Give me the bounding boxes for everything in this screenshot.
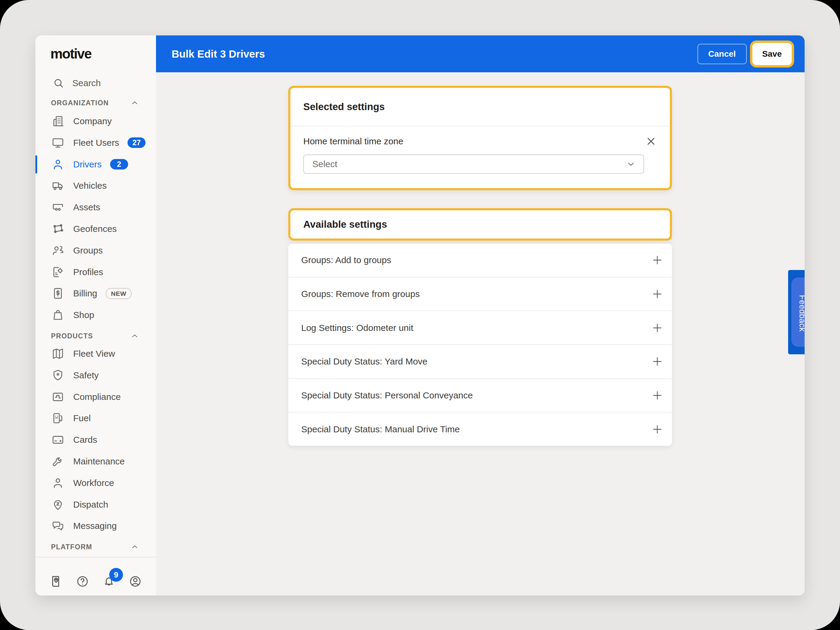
- plus-icon[interactable]: [652, 356, 663, 367]
- sidebar-item-label: Geofences: [73, 224, 117, 234]
- available-setting-label: Special Duty Status: Yard Move: [301, 357, 428, 366]
- chevron-up-icon: [130, 332, 139, 341]
- sidebar-item-assets[interactable]: Assets: [35, 196, 156, 218]
- available-settings-list: Groups: Add to groups Groups: Remove fro…: [288, 243, 672, 446]
- sidebar-item-safety[interactable]: Safety: [35, 365, 156, 386]
- sidebar-item-label: Groups: [73, 245, 103, 256]
- sidebar-item-label: Messaging: [73, 521, 117, 531]
- sidebar-item-label: Fuel: [73, 413, 91, 423]
- sidebar-item-label: Fleet View: [73, 349, 115, 359]
- chevron-up-icon: [130, 98, 139, 107]
- selected-settings-title: Selected settings: [291, 88, 670, 126]
- wrench-icon: [51, 455, 65, 468]
- available-setting-label: Special Duty Status: Personal Conveyance: [301, 390, 473, 401]
- available-setting-row-special-duty-status-personal-conveyance[interactable]: Special Duty Status: Personal Conveyance: [288, 378, 672, 412]
- monitor-icon: [51, 136, 65, 150]
- chat-icon: [51, 519, 65, 533]
- sidebar-item-dispatch[interactable]: Dispatch: [35, 494, 156, 515]
- available-setting-label: Groups: Remove from groups: [301, 289, 420, 299]
- sidebar-item-fleet-users[interactable]: Fleet Users27: [35, 132, 156, 153]
- billing-doc-icon: [51, 286, 65, 300]
- sidebar-item-workforce[interactable]: Workforce: [35, 472, 156, 494]
- section-header-platform[interactable]: PLATFORM: [35, 538, 156, 556]
- sidebar-item-billing[interactable]: BillingNEW: [35, 283, 156, 304]
- sidebar-item-label: Workforce: [73, 478, 114, 488]
- main-content: Selected settings Home terminal time zon…: [156, 72, 805, 595]
- selected-settings-body: Home terminal time zone Select: [291, 126, 670, 174]
- cancel-button[interactable]: Cancel: [698, 44, 747, 64]
- profile-doc-icon: [51, 265, 65, 279]
- section-label: PRODUCTS: [51, 332, 93, 340]
- sidebar: motive Search ORGANIZATION Company Fleet…: [35, 35, 156, 595]
- sidebar-item-profiles[interactable]: Profiles: [35, 261, 156, 283]
- plus-icon[interactable]: [652, 322, 663, 333]
- sidebar-item-company[interactable]: Company: [35, 111, 156, 132]
- available-setting-label: Groups: Add to groups: [301, 255, 391, 265]
- sidebar-item-label: Billing: [73, 288, 97, 298]
- geofence-icon: [51, 222, 65, 236]
- sidebar-item-drivers[interactable]: Drivers2: [35, 153, 156, 175]
- shield-icon: [51, 368, 65, 382]
- sidebar-item-cards[interactable]: Cards: [35, 429, 156, 451]
- sidebar-item-fuel[interactable]: Fuel: [35, 407, 156, 429]
- save-button[interactable]: Save: [753, 44, 791, 64]
- plus-icon[interactable]: [652, 288, 663, 300]
- app-window: motive Search ORGANIZATION Company Fleet…: [35, 35, 805, 595]
- groups-icon: [51, 243, 65, 257]
- available-setting-row-log-settings-odometer-unit[interactable]: Log Settings: Odometer unit: [288, 311, 672, 344]
- company-icon: [51, 114, 65, 128]
- available-setting-row-special-duty-status-yard-move[interactable]: Special Duty Status: Yard Move: [288, 344, 672, 378]
- sidebar-item-fleet-view[interactable]: Fleet View: [35, 343, 156, 365]
- help-icon[interactable]: [76, 575, 89, 588]
- sidebar-item-label: Fleet Users: [73, 138, 119, 148]
- search-label: Search: [72, 78, 101, 88]
- sidebar-item-geofences[interactable]: Geofences: [35, 218, 156, 240]
- count-badge: 2: [110, 159, 128, 169]
- shopping-bag-icon: [51, 308, 65, 322]
- section-label: PLATFORM: [51, 543, 92, 551]
- header-actions: Cancel Save: [698, 35, 791, 72]
- search-input[interactable]: Search: [35, 73, 156, 93]
- page-title: Bulk Edit 3 Drivers: [172, 48, 265, 60]
- plus-icon[interactable]: [652, 254, 663, 266]
- screenshot-stage: motive Search ORGANIZATION Company Fleet…: [0, 0, 840, 630]
- dispatch-pin-icon: [51, 498, 65, 512]
- sidebar-item-groups[interactable]: Groups: [35, 240, 156, 261]
- map-icon: [51, 347, 65, 361]
- available-setting-row-special-duty-status-manual-drive-time[interactable]: Special Duty Status: Manual Drive Time: [288, 412, 672, 446]
- available-setting-label: Log Settings: Odometer unit: [301, 323, 414, 333]
- section-header-organization[interactable]: ORGANIZATION: [35, 94, 156, 112]
- home-terminal-timezone-label: Home terminal time zone: [303, 136, 403, 147]
- feedback-label: Feedback: [797, 292, 805, 332]
- notifications-icon[interactable]: 9: [102, 575, 116, 588]
- notification-count-badge: 9: [109, 568, 123, 582]
- bulk-edit-header: Bulk Edit 3 Drivers Cancel Save: [156, 35, 805, 72]
- plus-icon[interactable]: [652, 390, 663, 401]
- selected-settings-card: Selected settings Home terminal time zon…: [288, 86, 672, 190]
- sidebar-item-vehicles[interactable]: Vehicles: [35, 175, 156, 196]
- feedback-tab[interactable]: Feedback: [788, 270, 805, 354]
- search-icon: [52, 77, 65, 89]
- sidebar-item-messaging[interactable]: Messaging: [35, 515, 156, 537]
- chevron-down-icon: [626, 159, 636, 169]
- available-setting-row-groups-add-to-groups[interactable]: Groups: Add to groups: [288, 243, 672, 277]
- sidebar-item-label: Shop: [73, 310, 94, 320]
- sidebar-item-compliance[interactable]: Compliance: [35, 386, 156, 408]
- guide-icon[interactable]: [49, 575, 63, 588]
- sidebar-footer: 9: [49, 567, 142, 596]
- sidebar-footer-divider: [35, 557, 156, 557]
- remove-setting-close-icon[interactable]: [645, 135, 657, 147]
- plus-icon[interactable]: [652, 423, 663, 435]
- available-setting-row-groups-remove-from-groups[interactable]: Groups: Remove from groups: [288, 277, 672, 311]
- trailer-icon: [51, 201, 65, 214]
- account-icon[interactable]: [128, 575, 142, 588]
- sidebar-item-label: Company: [73, 116, 112, 126]
- sidebar-item-label: Dispatch: [73, 499, 108, 510]
- sidebar-item-shop[interactable]: Shop: [35, 304, 156, 326]
- fuel-pump-icon: [51, 411, 65, 425]
- timezone-select[interactable]: Select: [303, 155, 644, 174]
- sidebar-item-label: Assets: [73, 202, 100, 212]
- section-header-products[interactable]: PRODUCTS: [35, 327, 156, 345]
- sidebar-item-maintenance[interactable]: Maintenance: [35, 451, 156, 472]
- sidebar-item-label: Cards: [73, 435, 97, 445]
